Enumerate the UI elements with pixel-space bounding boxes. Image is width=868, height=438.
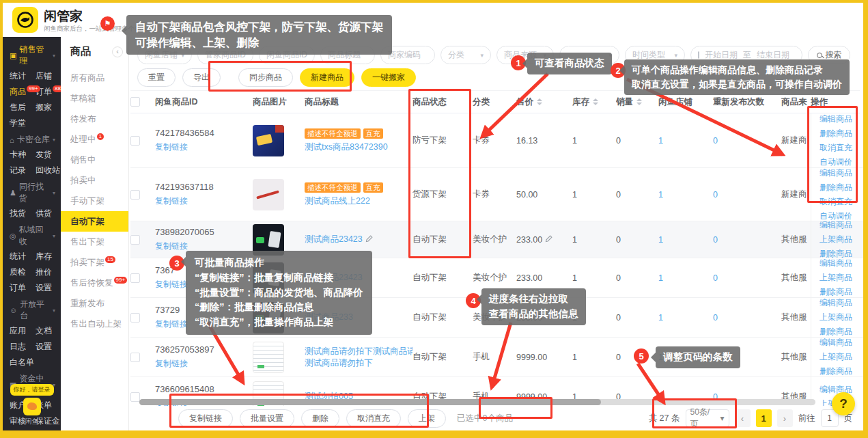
create-product-button[interactable]: 新建商品 (300, 68, 354, 87)
sidebar-item-质检[interactable]: 质检 (10, 266, 33, 278)
republish-count-link[interactable]: 0 (713, 235, 779, 245)
batch-button-复制链接[interactable]: 复制链接 (178, 409, 233, 428)
sidebar-section-title[interactable]: ▣销售管理▾ (10, 44, 58, 67)
submenu-item-处理中[interactable]: 处理中1 (61, 129, 128, 150)
copy-link[interactable]: 复制链接 (155, 241, 250, 252)
one-click-migrate-button[interactable]: 一键搬家 (361, 68, 416, 87)
shop-count-link[interactable]: 1 (658, 235, 710, 245)
action-link-编辑商品[interactable]: 编辑商品 (820, 298, 857, 309)
sidebar-item-统计[interactable]: 统计 (10, 251, 33, 262)
republish-count-link[interactable]: 0 (713, 273, 779, 283)
copy-link[interactable]: 复制链接 (155, 318, 250, 330)
shop-count-link[interactable]: 1 (658, 353, 710, 362)
submenu-item-拍卖中[interactable]: 拍卖中 (61, 170, 128, 191)
select-all-checkbox[interactable] (130, 97, 140, 107)
action-link-上架商品[interactable]: 上架商品 (820, 351, 857, 363)
prev-page-button[interactable]: ‹ (735, 409, 751, 427)
sidebar-item-学堂[interactable]: 学堂 (10, 118, 33, 129)
copy-link[interactable]: 复制链接 (155, 141, 250, 153)
product-title-link[interactable]: 测试商品线上222 (305, 195, 410, 207)
action-link-编辑商品[interactable]: 编辑商品 (820, 338, 857, 348)
filter-闲鱼商品ID[interactable]: 闲鱼商品ID (259, 46, 315, 64)
product-title-link[interactable]: 测试txs商品83472390 (305, 141, 410, 153)
sidebar-item-卡种[interactable]: 卡种 (10, 149, 33, 161)
batch-button-删除[interactable]: 删除 (301, 409, 339, 428)
date-range-picker[interactable]: 开始日期至结束日期 (690, 46, 802, 64)
action-link-删除商品[interactable]: 删除商品 (820, 326, 857, 337)
row-checkbox[interactable] (130, 313, 140, 323)
filter-hidden[interactable]: ▾ (559, 46, 619, 64)
action-link-编辑商品[interactable]: 编辑商品 (820, 221, 857, 231)
sort-icon[interactable] (593, 98, 598, 105)
login-tip[interactable]: 你好，请登录 (10, 384, 54, 396)
product-image[interactable] (253, 179, 284, 210)
submenu-item-售后待恢复[interactable]: 售后待恢复99+ (61, 273, 128, 293)
submenu-item-重新发布[interactable]: 重新发布 (61, 293, 128, 314)
sidebar-item-记录[interactable]: 记录 (10, 165, 33, 176)
copy-link[interactable]: 复制链接 (155, 195, 250, 207)
submenu-item-自动下架[interactable]: 自动下架 (61, 211, 128, 232)
row-checkbox[interactable] (130, 392, 140, 402)
action-link-自动调价[interactable]: 自动调价 (820, 156, 857, 168)
sidebar-item-库存[interactable]: 库存 (36, 251, 58, 262)
submenu-item-拍卖下架[interactable]: 拍卖下架15 (61, 252, 128, 273)
action-link-删除商品[interactable]: 删除商品 (820, 128, 857, 139)
product-image[interactable] (253, 224, 284, 256)
horizontal-scrollbar[interactable] (139, 399, 815, 405)
product-title-link[interactable]: 测试商品请勿拍下测试商品请勿拍下 (305, 346, 410, 357)
product-title-link[interactable]: 测试商品233 (305, 312, 410, 323)
action-link-上架商品[interactable]: 上架商品 (820, 272, 857, 284)
action-link-删除商品[interactable]: 删除商品 (820, 366, 857, 377)
sidebar-item-推价[interactable]: 推价 (36, 266, 58, 278)
edit-price-icon[interactable] (545, 235, 552, 245)
row-checkbox[interactable] (130, 190, 140, 200)
copy-link[interactable]: 复制链接 (155, 279, 250, 290)
batch-button-取消直充[interactable]: 取消直充 (346, 409, 401, 428)
current-page-button[interactable]: 1 (756, 409, 772, 427)
sidebar-item-售后[interactable]: 售后 (10, 102, 33, 113)
product-image[interactable] (253, 125, 284, 156)
sidebar-item-回收站[interactable]: 回收站 (36, 165, 60, 176)
sidebar-item-发货[interactable]: 发货 (36, 149, 60, 161)
submenu-item-销售中[interactable]: 销售中 (61, 150, 128, 170)
row-checkbox[interactable] (130, 273, 140, 283)
shop-count-link[interactable]: 1 (658, 136, 710, 146)
sidebar-item-统计[interactable]: 统计 (10, 70, 33, 82)
submenu-item-草稿箱[interactable]: 草稿箱 (61, 88, 128, 109)
sidebar-section-title[interactable]: ☺开放平台▾ (10, 299, 58, 322)
sidebar-item-设置[interactable]: 设置 (36, 341, 58, 353)
submenu-item-售出下架[interactable]: 售出下架 (61, 232, 128, 252)
filter-管家商品ID[interactable]: 管家商品ID (197, 46, 253, 64)
copy-link[interactable]: 复制链接 (155, 358, 250, 370)
announcement-flag-icon[interactable]: ⚑ (100, 16, 115, 31)
sidebar-item-订单[interactable]: 订单 (10, 282, 33, 294)
republish-count-link[interactable]: 0 (713, 313, 779, 323)
scrollbar-thumb[interactable] (139, 399, 601, 405)
filter-商家编码[interactable]: 商家编码 (380, 46, 435, 64)
filter-商品标题[interactable]: 商品标题 (320, 46, 375, 64)
action-link-删除商品[interactable]: 删除商品 (820, 248, 857, 258)
shop-count-link[interactable]: 1 (658, 273, 710, 283)
sort-icon[interactable] (537, 98, 542, 105)
action-link-编辑商品[interactable]: 编辑商品 (820, 113, 857, 125)
shop-count-link[interactable]: 1 (658, 190, 710, 200)
product-image[interactable] (253, 342, 284, 373)
sidebar-section-title[interactable]: ◎私域回收▾ (10, 224, 58, 247)
sidebar-section-title[interactable]: ⌂卡密仓库▾ (10, 134, 58, 146)
action-link-上架商品[interactable]: 上架商品 (820, 234, 857, 245)
filter-闲鱼店铺[interactable]: 闲鱼店铺▾ (137, 46, 192, 64)
submenu-item-售出自动上架[interactable]: 售出自动上架 (61, 314, 128, 334)
search-button[interactable]: 搜索 (808, 46, 850, 64)
shop-count-link[interactable]: 1 (658, 313, 710, 323)
sidebar-item-日志[interactable]: 日志 (10, 341, 33, 353)
submenu-item-手动下架[interactable]: 手动下架 (61, 191, 128, 211)
action-link-删除商品[interactable]: 删除商品 (820, 286, 857, 297)
action-link-编辑商品[interactable]: 编辑商品 (820, 168, 857, 179)
sidebar-item-店铺[interactable]: 店铺 (36, 70, 61, 82)
export-button[interactable]: 导出 (182, 68, 221, 87)
sidebar-item-设置[interactable]: 设置 (36, 282, 58, 294)
sidebar-section-title[interactable]: ♟同行找货▾ (10, 181, 58, 204)
collapse-icon[interactable]: ‹ (112, 46, 123, 57)
next-page-button[interactable]: › (777, 409, 793, 427)
product-title-link[interactable]: 测试商品23423 (305, 272, 410, 284)
